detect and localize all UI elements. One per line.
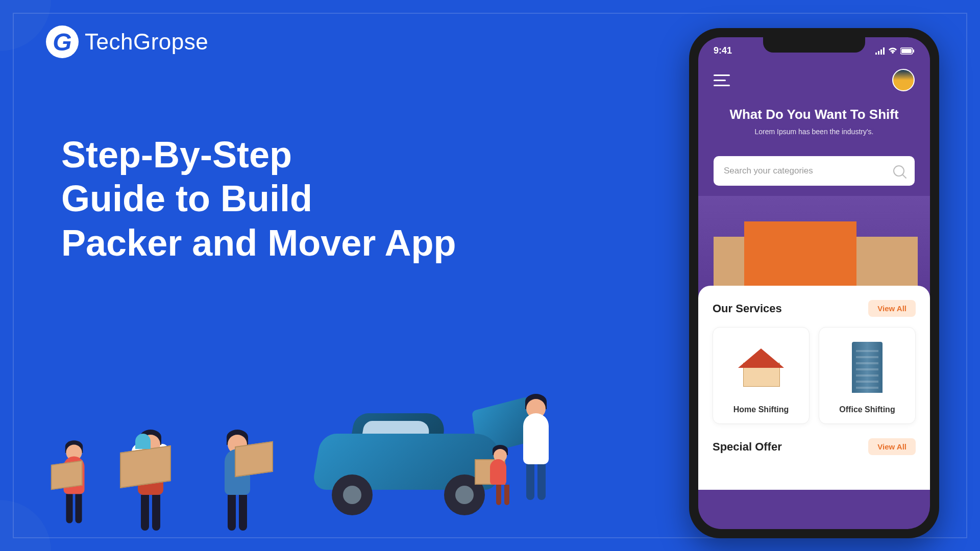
avatar[interactable] [892, 69, 915, 91]
brand-logo: G TechGropse [46, 26, 208, 58]
app-header [698, 56, 930, 96]
service-label-home: Home Shifting [719, 405, 803, 414]
hero-subtitle: Lorem Ipsum has been the industry's. [714, 128, 915, 136]
offers-view-all[interactable]: View All [868, 438, 916, 455]
home-shifting-icon [719, 337, 803, 398]
heading-line-1: Step-By-Step [61, 134, 292, 175]
service-card-office[interactable]: Office Shifting [819, 327, 916, 424]
services-grid: Home Shifting Office Shifting [713, 327, 916, 424]
status-time: 9:41 [714, 45, 732, 56]
app-hero: What Do You Want To Shift Lorem Ipsum ha… [698, 96, 930, 146]
heading-line-2: Guide to Build [61, 178, 312, 219]
hero-title: What Do You Want To Shift [714, 107, 915, 122]
wifi-icon [888, 47, 897, 55]
movers-illustration [51, 291, 612, 531]
phone-notch [763, 37, 865, 53]
services-title: Our Services [713, 302, 782, 315]
logo-icon: G [46, 26, 79, 58]
main-heading: Step-By-Step Guide to Build Packer and M… [61, 133, 456, 265]
person-loading-car [516, 413, 556, 515]
child-figure [490, 459, 510, 515]
services-view-all[interactable]: View All [868, 300, 916, 317]
phone-screen: 9:41 What Do You Want To Shift Lorem Ips… [698, 37, 930, 529]
bg-accent-top-left [0, 0, 51, 51]
person-carrying-box-1 [64, 456, 85, 523]
service-card-home[interactable]: Home Shifting [713, 327, 810, 424]
status-icons [875, 45, 915, 56]
brand-name: TechGropse [85, 29, 208, 55]
service-label-office: Office Shifting [825, 405, 909, 414]
search-placeholder: Search your categories [724, 166, 813, 176]
bg-accent-bottom-left [0, 500, 51, 551]
offers-title: Special Offer [713, 440, 782, 454]
app-hero-illustration [698, 196, 930, 298]
search-input[interactable]: Search your categories [714, 156, 915, 186]
app-content: Our Services View All Home Shifting Offi… [698, 286, 930, 490]
office-shifting-icon [825, 337, 909, 398]
person-carrying-box-3 [225, 449, 250, 531]
phone-mockup: 9:41 What Do You Want To Shift Lorem Ips… [689, 28, 939, 538]
person-carrying-box-2 [138, 449, 163, 531]
menu-icon[interactable] [714, 74, 730, 86]
battery-icon [900, 47, 915, 55]
signal-icon [875, 47, 885, 55]
services-section-header: Our Services View All [713, 300, 916, 317]
car-illustration [316, 393, 541, 515]
heading-line-3: Packer and Mover App [61, 222, 456, 263]
svg-rect-2 [913, 49, 914, 53]
svg-rect-1 [901, 49, 912, 53]
offers-section-header: Special Offer View All [713, 438, 916, 455]
search-icon [893, 165, 904, 177]
